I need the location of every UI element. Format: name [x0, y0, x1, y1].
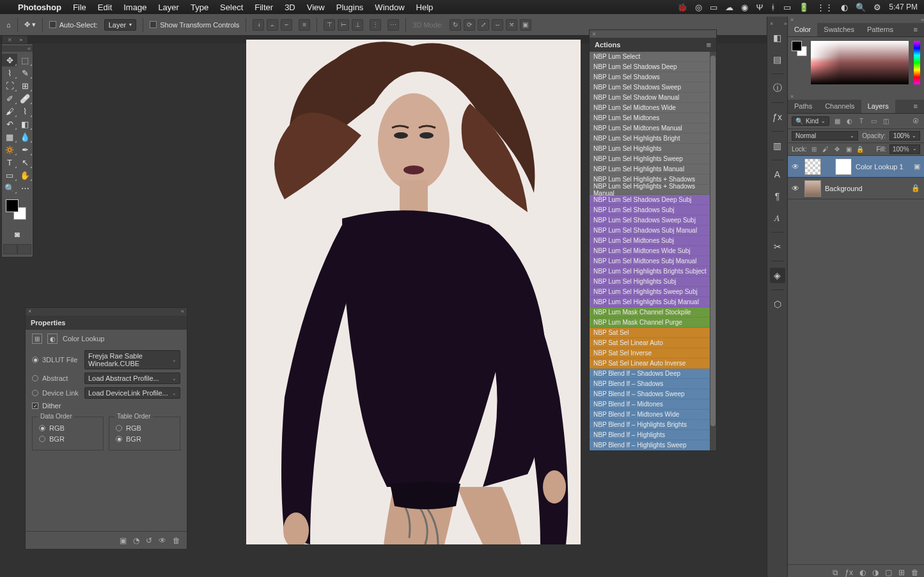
align-hcenter-icon[interactable]: ⫠ [267, 19, 278, 31]
edit-toolbar[interactable]: ⋯ [17, 181, 33, 194]
scissors-icon[interactable]: ✂ [770, 239, 785, 254]
opacity-input[interactable]: 100%⌄ [889, 131, 920, 141]
zoom-tool[interactable]: 🔍 [2, 181, 17, 194]
dither-checkbox[interactable]: ✓ [32, 403, 38, 409]
hand-tool[interactable]: ✋ [17, 169, 33, 181]
valign-mid-icon[interactable]: ⊢ [338, 19, 349, 31]
action-item[interactable]: NBP Lum Sel Shadow Manual [590, 93, 716, 103]
menu-plugins[interactable]: Plugins [336, 3, 364, 12]
action-item[interactable]: NBP Lum Sel Midtones Wide Subj [590, 246, 716, 256]
lock-icon[interactable]: 🔒 [911, 184, 920, 192]
pen-tool[interactable]: ✒ [17, 143, 33, 156]
action-item[interactable]: NBP Lum Sel Highlights Brights Subject [590, 266, 716, 277]
layer-thumbnail[interactable] [804, 158, 821, 175]
statusbar-icon[interactable]: ◉ [741, 3, 748, 12]
action-item[interactable]: NBP Blend If – Midtones [590, 399, 716, 410]
move-tool[interactable]: ✥ [2, 54, 17, 66]
action-item[interactable]: NBP Lum Sel Shadows Subj Manual [590, 226, 716, 236]
quick-mask-toggle[interactable]: ◙ [10, 227, 26, 240]
actions-scrollbar[interactable] [710, 52, 716, 450]
display-icon[interactable]: ▭ [783, 3, 791, 12]
statusbar-icon[interactable]: ◎ [695, 3, 702, 12]
collapse-icon[interactable]: « [181, 308, 184, 316]
character-icon[interactable]: A [770, 167, 785, 182]
action-item[interactable]: NBP Lum Sel Midtones Subj Manual [590, 256, 716, 266]
action-item[interactable]: NBP Lum Sel Highlights [590, 144, 716, 154]
foreground-swatch[interactable] [792, 41, 802, 51]
document-canvas[interactable] [246, 40, 581, 544]
close-icon[interactable]: × [28, 308, 31, 316]
visibility-toggle[interactable]: 👁 [792, 162, 801, 171]
action-item[interactable]: NBP Lum Sel Highlights Subj Manual [590, 297, 716, 307]
action-item[interactable]: NBP Blend If – Highlights Brights [590, 420, 716, 430]
control-center-icon[interactable]: ⚙ [873, 3, 881, 12]
filter-kind-dropdown[interactable]: 🔍 Kind ⌄ [792, 116, 829, 126]
filter-smart-icon[interactable]: ◫ [881, 117, 890, 126]
close-icon[interactable]: × [790, 93, 794, 100]
info-icon[interactable]: ⓘ [770, 81, 785, 96]
fx-icon[interactable]: ƒx [845, 568, 853, 577]
type-tool[interactable]: T [2, 156, 17, 169]
3d-icon[interactable]: ⬡ [770, 296, 785, 312]
action-item[interactable]: NBP Blend If – Shadows Sweep [590, 389, 716, 399]
auto-select-target[interactable]: Layer▾ [104, 19, 137, 31]
menu-3d[interactable]: 3D [285, 3, 295, 12]
action-item[interactable]: NBP Lum Sel Midtones [590, 113, 716, 123]
filter-adjust-icon[interactable]: ◐ [845, 117, 854, 126]
action-item[interactable]: NBP Blend If – Midtones Wide [590, 410, 716, 420]
close-icon[interactable]: × [790, 17, 794, 23]
action-item[interactable]: NBP Lum Sel Shadows Sweep Subj [590, 215, 716, 226]
mask-icon[interactable]: ◐ [859, 568, 866, 577]
history-brush-tool[interactable]: ↶ [2, 118, 17, 130]
plugin-icon[interactable]: ◈ [770, 268, 785, 283]
action-item[interactable]: NBP Lum Sel Shadows [590, 72, 716, 82]
blur-tool[interactable]: 💧 [17, 130, 33, 143]
libraries-icon[interactable]: ▤ [770, 52, 785, 67]
filter-toggle[interactable]: ⦿ [911, 117, 920, 126]
abstract-radio[interactable] [32, 375, 38, 381]
show-transform-checkbox[interactable]: Show Transform Controls [150, 21, 239, 29]
mask-link-icon[interactable] [825, 164, 831, 170]
lut-file-dropdown[interactable]: Freyja Rae Sable Winedark.CUBE⌄ [84, 350, 180, 369]
lock-position-icon[interactable]: ✥ [833, 145, 842, 153]
menu-layer[interactable]: Layer [158, 3, 179, 12]
layer-row[interactable]: 👁Background🔒 [788, 178, 924, 199]
eyedropper-tool[interactable]: ✐ [2, 92, 17, 105]
search-icon[interactable]: 🔍 [856, 3, 866, 12]
menu-view[interactable]: View [307, 3, 325, 12]
histogram-icon[interactable]: ▥ [770, 138, 785, 153]
action-item[interactable]: NBP Blend If – Shadows [590, 379, 716, 389]
paragraph-icon[interactable]: ¶ [770, 188, 785, 204]
color-fgbg[interactable] [792, 41, 806, 58]
action-item[interactable]: NBP Lum Sel Midtones Subj [590, 236, 716, 246]
statusbar-icon[interactable]: ◐ [841, 3, 848, 12]
filter-pixel-icon[interactable]: ▦ [833, 117, 842, 126]
statusbar-icon[interactable]: Ψ [756, 3, 763, 12]
close-tab-icon[interactable]: × [8, 36, 12, 43]
layer-name[interactable]: Color Lookup 1 [856, 163, 910, 171]
action-item[interactable]: NBP Blend If – Highlights [590, 430, 716, 440]
action-item[interactable]: NBP Sat Sel Linear Auto [590, 338, 716, 348]
delete-layer-icon[interactable]: 🗑 [911, 568, 919, 577]
group-icon[interactable]: ▢ [885, 568, 892, 577]
layer-row[interactable]: 👁Color Lookup 1▣ [788, 156, 924, 178]
lock-all-icon[interactable]: 🔒 [856, 145, 865, 153]
lasso-tool[interactable]: ⌇ [2, 66, 17, 79]
tab-paths[interactable]: Paths [788, 100, 818, 113]
action-item[interactable]: NBP Sat Sel Linear Auto Inverse [590, 358, 716, 369]
action-item[interactable]: NBP Lum Mask Channel Stockpile [590, 307, 716, 318]
align-right-icon[interactable]: ⫟ [281, 19, 292, 31]
blend-mode-dropdown[interactable]: Normal⌄ [792, 131, 858, 141]
collapse-icon[interactable]: » [921, 17, 924, 23]
auto-select-checkbox[interactable]: Auto-Select: [49, 21, 98, 29]
marquee-tool[interactable]: ⬚ [17, 54, 33, 66]
action-item[interactable]: NBP Lum Sel Highlights + Shadows Manual [590, 185, 716, 195]
frame-tool[interactable]: ⊞ [17, 79, 33, 92]
action-item[interactable]: NBP Sat Sel [590, 328, 716, 338]
distribute-icon[interactable]: ≡ [299, 19, 310, 31]
action-item[interactable]: NBP Lum Sel Highlights Sweep [590, 154, 716, 164]
heal-tool[interactable]: 🩹 [17, 92, 33, 105]
data-bgr-radio[interactable] [39, 436, 45, 442]
action-item[interactable]: NBP Lum Sel Shadows Deep [590, 62, 716, 72]
reset-icon[interactable]: ↺ [146, 536, 152, 545]
